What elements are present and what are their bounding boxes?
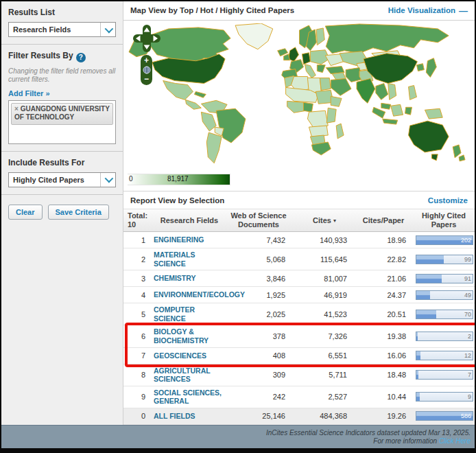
highly-cited-value: 12 xyxy=(464,352,471,359)
highly-cited-value: 70 xyxy=(464,311,471,318)
row-wos-documents: 2,025 xyxy=(225,310,295,318)
report-table: Total: 10 Research Fields Web of Science… xyxy=(123,209,475,425)
row-wos-documents: 3,846 xyxy=(225,275,295,283)
research-field-link[interactable]: GEOSCIENCES xyxy=(154,351,206,360)
highly-cited-bar: 91 xyxy=(416,274,473,283)
table-row: 6 BIOLOGY & BIOCHEMISTRY 378 7,326 19.38… xyxy=(123,325,475,347)
table-row: 7 GEOSCIENCES 408 6,551 16.06 12 xyxy=(123,348,475,364)
results-list-selected-value: Research Fields xyxy=(13,25,71,34)
include-results-select[interactable]: Highly Cited Papers xyxy=(8,172,116,187)
filter-list-box: ×GUANGDONG UNIVERSITY OF TECHNOLOGY xyxy=(8,100,116,144)
column-header-cites[interactable]: Cites ▾ xyxy=(295,216,357,225)
add-filter-link[interactable]: Add Filter » xyxy=(8,89,50,97)
research-field-link[interactable]: ENGINEERING xyxy=(154,235,204,244)
table-row: 8 AGRICULTURAL SCIENCES 309 5,711 18.48 … xyxy=(123,364,475,386)
filter-tag-label: GUANGDONG UNIVERSITY OF TECHNOLOGY xyxy=(14,105,110,121)
world-choropleth-map[interactable] xyxy=(128,23,472,170)
footer-more-info: For more information Click Here xyxy=(373,437,471,445)
results-list-select[interactable]: Research Fields xyxy=(8,22,116,37)
table-row: 1 ENGINEERING 7,432 140,933 18.96 202 xyxy=(123,232,475,248)
highly-cited-value: 9 xyxy=(468,393,471,400)
table-row: 4 ENVIRONMENT/ECOLOGY 1,925 46,919 24.37… xyxy=(123,287,475,303)
footer-dataset-note: InCites Essential Science Indicators dat… xyxy=(266,429,471,437)
row-wos-documents: 378 xyxy=(225,332,295,340)
row-rank: 6 xyxy=(123,332,148,340)
globe-reset-button[interactable] xyxy=(143,65,151,75)
filter-tag[interactable]: ×GUANGDONG UNIVERSITY OF TECHNOLOGY xyxy=(11,103,113,125)
hide-visualization-link[interactable]: Hide Visualization xyxy=(388,6,455,14)
include-results-selected-value: Highly Cited Papers xyxy=(13,176,84,184)
research-field-link[interactable]: CHEMISTRY xyxy=(154,274,195,283)
row-rank: 9 xyxy=(123,393,148,401)
row-wos-documents: 309 xyxy=(225,371,295,379)
row-cites-per-paper: 18.48 xyxy=(357,371,413,379)
scale-max-label: 81,917 xyxy=(167,175,189,183)
row-rank: 1 xyxy=(123,236,148,244)
row-wos-documents: 5,068 xyxy=(225,255,295,264)
row-wos-documents: 242 xyxy=(225,393,295,401)
report-view-title: Report View by Selection xyxy=(130,196,224,205)
highly-cited-value: 586 xyxy=(461,413,471,419)
row-cites-per-paper: 10.44 xyxy=(357,393,413,401)
globe-icon xyxy=(143,66,151,74)
row-rank: 0 xyxy=(123,412,148,420)
highly-cited-bar: 9 xyxy=(416,392,473,402)
row-wos-documents: 1,925 xyxy=(225,291,295,299)
highly-cited-bar: 49 xyxy=(416,290,473,300)
row-cites-per-paper: 22.82 xyxy=(357,255,413,264)
remove-filter-icon[interactable]: × xyxy=(14,105,19,113)
save-criteria-button[interactable]: Save Criteria xyxy=(48,205,109,220)
row-cites: 81,007 xyxy=(295,275,357,283)
sort-descending-icon: ▾ xyxy=(333,218,336,224)
results-list-label: Results List xyxy=(8,8,116,17)
highly-cited-bar: 2 xyxy=(416,332,473,341)
zoom-out-button[interactable]: − xyxy=(141,75,152,84)
collapse-icon[interactable]: — xyxy=(459,5,468,16)
row-rank: 3 xyxy=(123,275,148,283)
row-cites: 6,551 xyxy=(295,351,357,360)
row-cites: 46,919 xyxy=(295,291,357,299)
row-rank: 4 xyxy=(123,291,148,299)
research-field-link[interactable]: ALL FIELDS xyxy=(154,412,195,421)
customize-link[interactable]: Customize xyxy=(428,196,468,205)
row-wos-documents: 7,432 xyxy=(225,236,295,244)
sidebar: Results List Research Fields Filter Resu… xyxy=(1,1,123,425)
research-field-link[interactable]: BIOLOGY & BIOCHEMISTRY xyxy=(154,327,225,345)
chevron-down-icon xyxy=(100,23,115,36)
highly-cited-bar: 70 xyxy=(416,310,473,319)
help-icon[interactable]: ? xyxy=(76,53,86,62)
zoom-in-button[interactable]: + xyxy=(141,56,152,65)
click-here-link[interactable]: Click Here xyxy=(439,437,471,445)
row-cites-per-paper: 21.06 xyxy=(357,275,413,283)
column-header-highly-cited-papers: Highly Cited Papers xyxy=(413,211,475,229)
row-cites: 41,523 xyxy=(295,310,357,318)
highly-cited-bar: 12 xyxy=(416,351,473,360)
map-pan-control[interactable] xyxy=(133,25,160,52)
research-field-link[interactable]: AGRICULTURAL SCIENCES xyxy=(154,367,225,384)
main-panel: Map View by Top / Hot / Highly Cited Pap… xyxy=(123,1,475,425)
table-row: 3 CHEMISTRY 3,846 81,007 21.06 91 xyxy=(123,270,475,287)
highly-cited-bar: 202 xyxy=(416,235,473,245)
highly-cited-value: 7 xyxy=(468,371,471,378)
highly-cited-value: 49 xyxy=(464,292,471,299)
filter-results-label: Filter Results By? xyxy=(8,51,116,62)
research-field-link[interactable]: MATERIALS SCIENCE xyxy=(154,251,225,268)
highly-cited-value: 91 xyxy=(464,275,471,282)
row-cites: 2,527 xyxy=(295,393,357,401)
row-cites: 115,645 xyxy=(295,255,357,264)
research-field-link[interactable]: COMPUTER SCIENCE xyxy=(154,305,225,323)
clear-button[interactable]: Clear xyxy=(8,205,43,220)
row-cites: 484,368 xyxy=(295,412,357,420)
row-cites-per-paper: 19.26 xyxy=(357,412,413,420)
table-header-row: Total: 10 Research Fields Web of Science… xyxy=(123,209,475,232)
research-field-link[interactable]: SOCIAL SCIENCES, GENERAL xyxy=(154,388,225,406)
row-rank: 7 xyxy=(123,351,148,360)
row-cites-per-paper: 16.06 xyxy=(357,351,413,360)
table-body: 1 ENGINEERING 7,432 140,933 18.96 202 2 … xyxy=(123,232,475,425)
row-cites: 7,326 xyxy=(295,332,357,340)
row-cites-per-paper: 24.37 xyxy=(357,291,413,299)
highly-cited-value: 99 xyxy=(464,256,471,263)
row-rank: 2 xyxy=(123,255,148,264)
column-header-research-fields: Research Fields xyxy=(148,216,225,225)
highly-cited-bar: 99 xyxy=(416,255,473,264)
